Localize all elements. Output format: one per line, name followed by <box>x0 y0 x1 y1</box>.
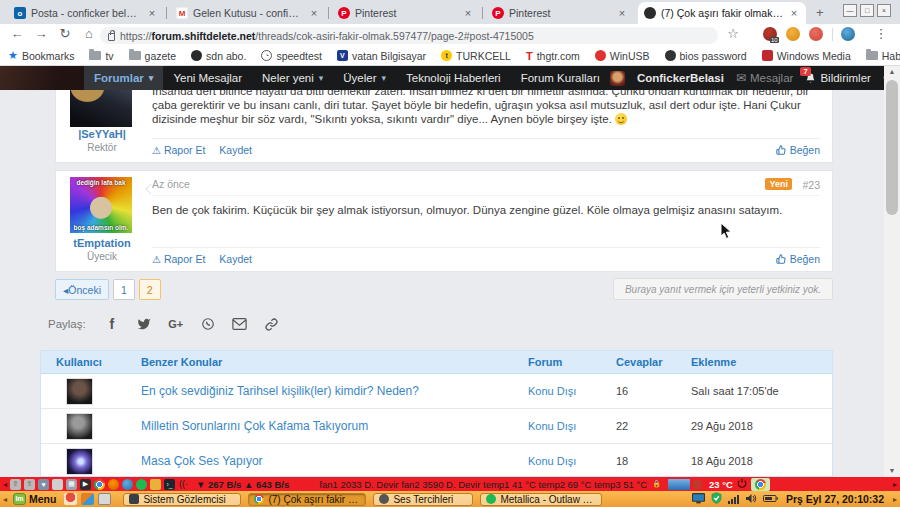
forum-link[interactable]: Konu Dışı <box>528 455 576 467</box>
chrome-tray-icon[interactable] <box>751 478 770 491</box>
like-button[interactable]: Beğen <box>776 144 820 156</box>
tab-outlook[interactable]: o Posta - conficker belasi - Outloo × <box>8 2 164 24</box>
launcher-terminal-icon[interactable]: ›_ <box>164 479 175 490</box>
taskbar-scroll-right-icon[interactable]: ▸ <box>890 495 900 504</box>
report-link[interactable]: ⚠ Rapor Et <box>152 253 205 265</box>
avatar[interactable]: dediğin lafa bak boş adamsın olm. <box>70 177 132 233</box>
page-1-button[interactable]: 1 <box>113 279 135 300</box>
launcher-office-icon[interactable] <box>150 479 161 490</box>
launcher-heart-icon[interactable]: ♥ <box>38 479 49 490</box>
post-username[interactable]: tEmptation <box>56 237 148 249</box>
battery-tray-icon[interactable] <box>763 493 778 505</box>
user-avatar[interactable] <box>610 71 625 86</box>
bookmark-sdn-abo[interactable]: sdn abo. <box>191 50 246 62</box>
scrollbar-thumb[interactable] <box>886 80 898 215</box>
location-pin-icon[interactable] <box>64 493 77 505</box>
username-link[interactable]: ConfickerBelasi <box>637 72 724 84</box>
bookmark-speedtest[interactable]: ◔speedtest <box>261 50 322 62</box>
window-minimize-button[interactable]: — <box>843 4 857 17</box>
tab-close-icon[interactable]: × <box>616 7 628 19</box>
bookmark-folder-haberler[interactable]: Haberler <box>866 50 900 62</box>
taskbar-scroll-left-icon[interactable]: ◂ <box>0 495 10 504</box>
bookmark-folder-gazete[interactable]: gazete <box>129 50 177 62</box>
facebook-share-icon[interactable]: f <box>104 316 120 332</box>
network-applet-icon[interactable]: ((· <box>178 479 189 490</box>
bookmark-turkcell[interactable]: tTURKCELL <box>441 50 511 62</box>
whatsapp-share-icon[interactable] <box>200 316 216 332</box>
home-icon[interactable]: ⌂ <box>80 26 98 41</box>
launcher-chrome-icon[interactable] <box>94 479 105 490</box>
launcher-up2-icon[interactable]: ⇧ <box>24 479 35 490</box>
tab-close-icon[interactable]: × <box>788 7 800 19</box>
taskbar-window-ses[interactable]: Ses Tercihleri <box>373 493 473 506</box>
post-time[interactable]: Az önce <box>152 178 190 190</box>
thread-link[interactable]: En çok sevdiğiniz Tarihsel kişilik(ler) … <box>141 384 419 398</box>
shield-check-icon[interactable] <box>711 492 722 506</box>
avatar[interactable] <box>66 448 93 475</box>
nav-item-neler-yeni[interactable]: Neler yeni ▾ <box>252 66 333 90</box>
bookmark-winusb[interactable]: WinUSB <box>595 50 650 62</box>
page-scrollbar[interactable]: ▲ ▼ <box>884 66 900 477</box>
back-icon[interactable]: ← <box>8 26 26 41</box>
site-logo-area[interactable] <box>0 66 84 90</box>
bookmark-thgtr[interactable]: Tthgtr.com <box>526 50 580 62</box>
scroll-up-icon[interactable]: ▲ <box>884 66 900 78</box>
bookmark-star-icon[interactable]: ☆ <box>724 26 742 41</box>
prev-page-button[interactable]: ◂Önceki <box>55 279 109 300</box>
tab-forum-active[interactable]: (7) Çok aşırı fakir olmak | Sayfa × <box>638 2 806 24</box>
reload-icon[interactable]: ↻ <box>56 26 74 41</box>
forum-link[interactable]: Konu Dışı <box>528 385 576 397</box>
post-number[interactable]: #23 <box>802 179 820 191</box>
bookmark-bookmarks[interactable]: ★Bookmarks <box>8 49 74 62</box>
tab-close-icon[interactable]: × <box>146 7 158 19</box>
launcher-spotify-icon[interactable] <box>136 479 147 490</box>
like-button[interactable]: Beğen <box>776 253 820 265</box>
extension-adblock-icon[interactable]: 10 <box>763 27 777 41</box>
panel-scroll-right-icon[interactable]: ▸ <box>890 480 900 489</box>
save-link[interactable]: Kaydet <box>219 144 252 156</box>
volume-tray-icon[interactable] <box>745 493 757 506</box>
tab-close-icon[interactable]: × <box>308 7 320 19</box>
power-icon[interactable] <box>737 478 747 490</box>
email-share-icon[interactable] <box>232 316 248 332</box>
bookmark-folder-tv[interactable]: tv <box>89 50 113 62</box>
taskbar-clock[interactable]: Prş Eyl 27, 20:10:32 <box>786 493 884 505</box>
twitter-share-icon[interactable] <box>136 316 152 332</box>
signal-bars-icon[interactable] <box>728 495 739 504</box>
address-bar[interactable]: https://forum.shiftdelete.net/threads/co… <box>100 27 718 44</box>
mint-menu-icon[interactable]: lm <box>13 493 26 505</box>
panel-scroll-left-icon[interactable]: ◂ <box>0 480 10 489</box>
weather-image[interactable] <box>668 479 690 490</box>
window-maximize-button[interactable]: □ <box>860 4 874 17</box>
launcher-firefox-icon[interactable] <box>108 479 119 490</box>
report-link[interactable]: ⚠ Rapor Et <box>152 144 205 156</box>
window-close-button[interactable]: × <box>877 4 891 17</box>
forward-icon[interactable]: → <box>32 26 50 41</box>
launcher-up1-icon[interactable]: ⇧ <box>10 479 21 490</box>
launcher-blue-icon[interactable] <box>122 479 133 490</box>
messages-link[interactable]: ✉ Mesajlar <box>736 71 794 85</box>
nav-item-yeni-mesajlar[interactable]: Yeni Mesajlar <box>163 66 252 90</box>
scroll-down-icon[interactable]: ▼ <box>884 465 900 477</box>
tab-pinterest-2[interactable]: P Pinterest × <box>486 2 634 24</box>
bookmark-vatan[interactable]: Vvatan Bilgisayar <box>337 50 426 62</box>
lock-applet-icon[interactable]: 🔒 <box>651 479 662 490</box>
extension-red-icon[interactable] <box>809 27 823 41</box>
taskbar-window-chrome[interactable]: (7) Çok aşırı fakir olm... <box>248 493 366 506</box>
thread-link[interactable]: Milletin Sorunlarını Çok Kafama Takıyoru… <box>141 419 368 433</box>
link-share-icon[interactable] <box>264 316 280 332</box>
taskbar-window-sistem[interactable]: Sistem Gözlemcisi <box>123 493 241 506</box>
launcher-calculator-icon[interactable]: ▦ <box>66 479 77 490</box>
googleplus-share-icon[interactable]: G+ <box>168 316 184 332</box>
tab-close-icon[interactable]: × <box>462 7 474 19</box>
launcher-files-icon[interactable] <box>52 479 63 490</box>
avatar[interactable] <box>66 413 93 440</box>
new-tab-button[interactable]: + <box>816 5 824 20</box>
extension-orange-icon[interactable] <box>786 27 800 41</box>
display-tray-icon[interactable] <box>692 493 705 506</box>
browser-menu-icon[interactable]: ⋮ <box>872 26 890 41</box>
tab-pinterest-1[interactable]: P Pinterest × <box>332 2 480 24</box>
bookmark-winmedia[interactable]: Windows Media <box>762 50 851 62</box>
notifications-link[interactable]: 7 Bildirimler <box>805 72 870 84</box>
avatar[interactable] <box>66 378 93 405</box>
